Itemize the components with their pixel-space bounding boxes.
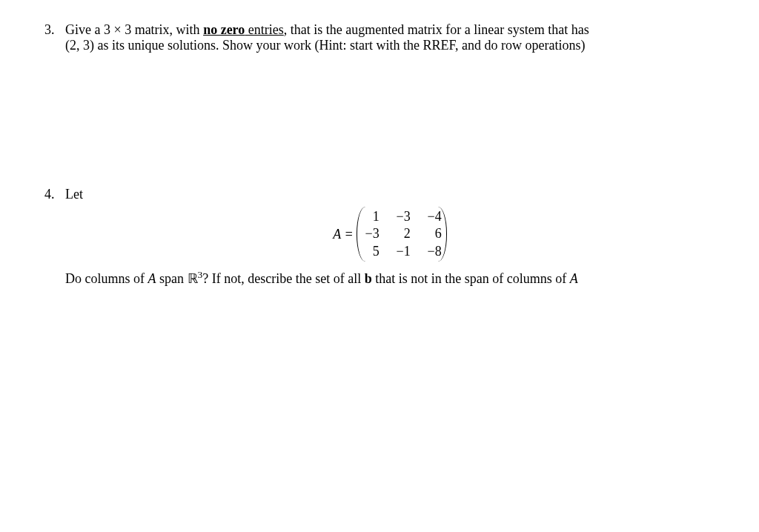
text-segment: span: [156, 271, 188, 286]
problem-body: Let A = 1 −3 −4 −3 2 6 5 −1 −8 Do column…: [65, 187, 715, 287]
matrix-cell: −3: [362, 225, 380, 242]
text-segment: Give a 3 × 3 matrix, with: [65, 22, 203, 37]
matrix-cell: 2: [393, 225, 411, 242]
underlined-text: no zero: [203, 22, 245, 37]
matrix-cell: −1: [393, 243, 411, 260]
matrix-cell: −4: [424, 208, 442, 225]
text-segment: Do columns of: [65, 271, 148, 286]
matrix-cell: −3: [393, 208, 411, 225]
problem-4: 4. Let A = 1 −3 −4 −3 2 6 5 −1 −8 Do col…: [44, 187, 715, 287]
matrix-cell: 5: [362, 243, 380, 260]
set-R: ℝ: [188, 271, 198, 286]
matrix-lhs: A =: [333, 227, 353, 242]
problem-number: 4.: [44, 187, 65, 287]
question-text: Do columns of A span ℝ3? If not, describ…: [65, 269, 715, 287]
problem-body: Give a 3 × 3 matrix, with no zero entrie…: [65, 22, 715, 53]
variable-A: A: [148, 271, 156, 286]
problem-number: 3.: [44, 22, 65, 53]
matrix-equation: A = 1 −3 −4 −3 2 6 5 −1 −8: [65, 207, 715, 262]
text-segment: ? If not, describe the set of all: [202, 271, 364, 286]
let-text: Let: [65, 187, 715, 202]
matrix-cell: 1: [362, 208, 380, 225]
variable-A: A: [570, 271, 578, 286]
problem-3: 3. Give a 3 × 3 matrix, with no zero ent…: [44, 22, 715, 53]
text-segment: (2, 3) as its unique solutions. Show you…: [65, 38, 586, 53]
underlined-text: entries: [245, 22, 283, 37]
matrix-A: 1 −3 −4 −3 2 6 5 −1 −8: [357, 207, 447, 262]
text-segment: that is not in the span of columns of: [372, 271, 570, 286]
matrix-cell: 6: [424, 225, 442, 242]
vector-b: b: [365, 271, 372, 286]
text-segment: , that is the augmented matrix for a lin…: [284, 22, 589, 37]
matrix-cell: −8: [424, 243, 442, 260]
